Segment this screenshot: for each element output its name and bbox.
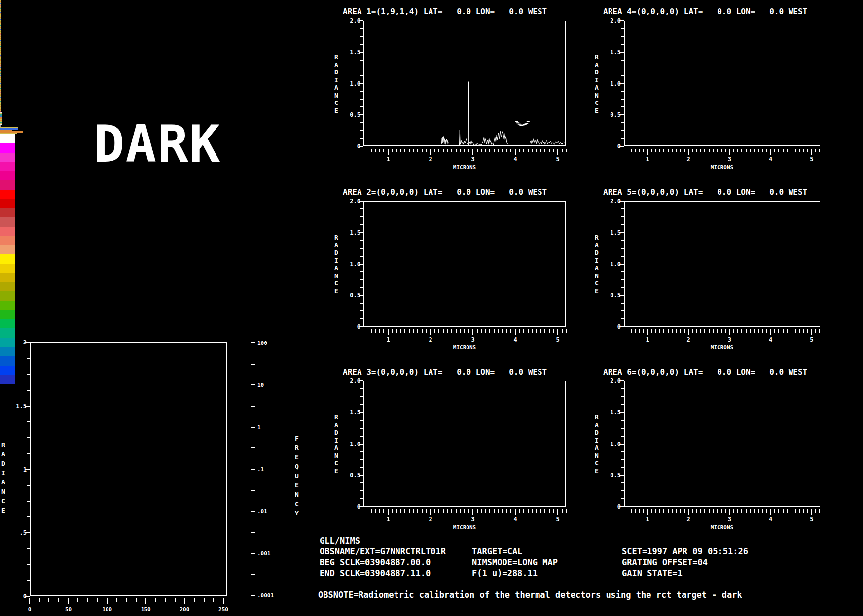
density-y-tick [27,516,30,517]
x-axis-tick [540,329,541,333]
x-axis-tick [383,149,384,152]
radiance-axis-label-letter: N [594,452,600,459]
x-axis-tick [557,149,558,155]
x-tick-label: 2 [683,516,693,523]
frequency-axis-letter: E [294,481,300,489]
x-axis-tick [733,329,734,333]
radiance-axis-label-letter: A [594,264,600,272]
x-axis-tick [717,509,718,513]
y-axis-tick [621,208,624,209]
density-y-tick-label: 1.5 [6,403,27,410]
x-axis-tick [422,149,423,152]
nims-display-screen: DARK 21.51.50050100150200250BAND NUMBERR… [0,0,863,616]
x-axis-tick [684,509,685,513]
metadata-field: OBSNAME/EXT=G7NNRCTRLT01R [320,547,446,556]
x-axis-tick [544,329,545,333]
x-axis-tick [515,149,516,155]
x-axis-tick [778,509,779,513]
x-axis-tick [659,509,660,513]
x-axis-tick [494,509,495,513]
radiance-axis-label-letter: R [594,234,600,241]
x-axis-tick [799,329,800,333]
density-x-tick [68,598,69,604]
radiance-axis-label-letter: N [594,92,600,99]
radiance-axis-label-letter: A [333,421,339,429]
x-axis-tick [528,329,529,333]
x-axis-tick [770,509,771,515]
x-axis-tick [388,509,389,515]
y-axis-tick [621,130,624,131]
x-axis-tick [443,509,444,513]
y-axis-tick [360,459,363,460]
y-axis-tick [621,36,624,37]
radiance-axis-label-letter: A [594,61,600,68]
y-tick-label: 1.0 [341,441,360,447]
x-axis-tick [553,509,554,513]
x-tick-label: 4 [766,516,776,523]
x-axis-tick [400,509,401,513]
x-tick-label: 1 [383,516,393,523]
density-radiance-axis-letter: I [0,469,6,477]
y-tick-label: 2.0 [601,17,621,24]
x-axis-tick [379,149,380,152]
frequency-axis-letter: Y [294,510,300,517]
x-axis-tick [754,509,755,513]
x-axis-tick [519,509,520,513]
plot-box-right [820,381,820,507]
density-y-tick-label: .5 [6,529,27,536]
frequency-axis-letter: N [294,491,300,498]
x-axis-tick [371,149,372,152]
colorbar-tick [251,553,255,554]
x-tick-label: 3 [724,516,734,523]
colorbar-tick-label: 1 [257,424,261,431]
colorbar-segment [0,384,15,393]
density-x-tick [184,598,185,604]
x-axis-tick [721,509,722,513]
x-axis-tick [447,509,448,513]
radiance-axis-label-letter: A [594,84,600,91]
x-axis-tick [741,149,742,152]
x-axis-tick [639,509,640,513]
x-axis-tick [684,329,685,333]
colorbar-tick [251,342,255,343]
y-axis-tick [360,404,363,405]
x-axis-tick [544,149,545,152]
y-tick-label: 0 [601,503,621,510]
x-axis-tick [746,509,747,513]
y-axis-tick [621,91,624,92]
x-axis-tick [672,329,673,333]
x-tick-label: 3 [468,516,478,523]
x-axis-tick [700,329,701,333]
x-axis-tick [481,509,482,513]
x-axis-tick [396,509,397,513]
density-x-tick [116,598,117,602]
y-axis-tick [621,451,624,452]
y-tick-label: 1.0 [341,261,360,268]
density-x-tick [175,598,176,602]
x-axis-tick [787,509,788,513]
density-x-tick-label: 150 [138,606,154,613]
x-axis-tick [754,149,755,152]
colorbar-segment [0,171,15,180]
x-axis-tick [447,329,448,333]
x-axis-tick [717,149,718,152]
microns-axis-label: MICRONS [450,164,479,171]
x-axis-tick [562,509,563,513]
x-axis-tick [477,149,478,152]
x-axis-tick [635,509,636,513]
x-axis-tick [750,509,751,513]
x-tick-label: 2 [426,156,435,163]
x-axis-tick [778,149,779,152]
plot-box-right [565,381,566,507]
x-axis-tick [392,149,393,152]
radiance-axis-label-letter: E [333,287,339,295]
y-axis-tick [621,99,624,100]
x-axis-tick [456,329,457,333]
y-axis-tick [360,498,363,499]
x-axis-tick [733,509,734,513]
x-axis-tick [383,509,384,513]
x-axis-tick [815,149,816,152]
radiance-axis-label-letter: N [594,272,600,279]
metadata-field: NIMSMODE=LONG MAP [472,557,558,567]
x-tick-label: 5 [807,336,817,343]
